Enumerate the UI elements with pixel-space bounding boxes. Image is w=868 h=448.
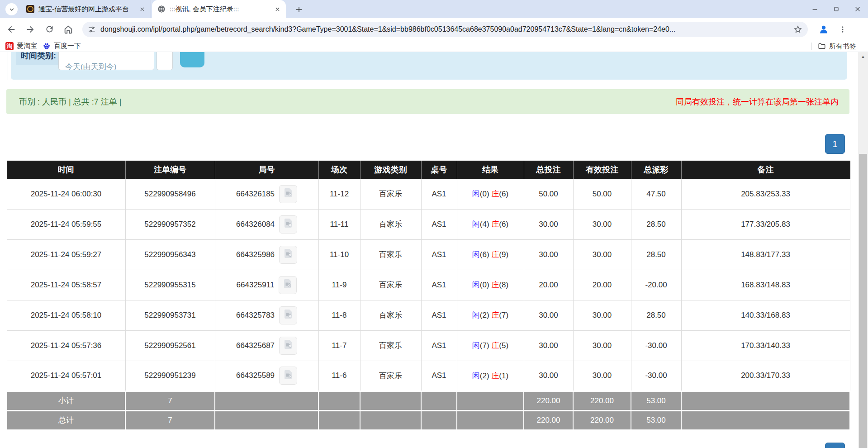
round-number: 664326185 xyxy=(236,190,275,199)
result-banker-label: 庄 xyxy=(491,190,499,198)
plus-icon xyxy=(295,6,303,13)
filter-label: 时间类别: xyxy=(16,52,61,65)
back-button[interactable] xyxy=(4,22,19,37)
cell-game-type: 百家乐 xyxy=(360,209,421,239)
table-row: 2025-11-24 05:58:10522990953731664325783… xyxy=(7,300,850,330)
browser-menu-button[interactable] xyxy=(835,22,850,37)
round-number: 664325589 xyxy=(236,371,275,380)
cell-time: 2025-11-24 06:00:30 xyxy=(7,179,125,209)
new-tab-button[interactable] xyxy=(293,4,305,15)
tab-title: 通宝-信营最好的网上游戏平台 xyxy=(38,5,138,14)
address-bar[interactable]: dongshouji.com/ipl/portal.php/game/betre… xyxy=(82,22,808,37)
page-content: 时间类别: 今天(由天到今) 币别 : 人民币 | 总共 :7 注单 | 同局有… xyxy=(0,52,858,448)
tongbao-favicon-icon xyxy=(26,5,34,13)
tab-title: :::视讯, 会员下注纪录::: xyxy=(170,5,273,14)
cell-note: 205.83/253.33 xyxy=(681,179,850,209)
cell-valid-bet: 30.00 xyxy=(573,330,631,361)
cell-game-type: 百家乐 xyxy=(360,179,421,209)
cell-game-type: 百家乐 xyxy=(360,330,421,361)
cell-session: 11-6 xyxy=(318,361,360,391)
bookmark-aitaobao[interactable]: 淘 爱淘宝 xyxy=(5,42,37,50)
forward-icon xyxy=(25,24,35,34)
cell-result: 闲(2) 庄(7) xyxy=(457,300,524,330)
video-replay-button[interactable] xyxy=(279,276,297,294)
tune-icon[interactable] xyxy=(88,25,96,33)
window-maximize-button[interactable] xyxy=(825,0,847,18)
url-text[interactable]: dongshouji.com/ipl/portal.php/game/betre… xyxy=(100,25,793,33)
tab-close-icon[interactable] xyxy=(273,5,281,13)
video-replay-button[interactable] xyxy=(279,367,297,385)
taobao-icon: 淘 xyxy=(5,42,14,50)
video-replay-button[interactable] xyxy=(279,246,297,264)
cell-round-id: 664326185 xyxy=(215,179,318,209)
cell-round-id: 664325911 xyxy=(215,270,318,300)
total-row: 总计7220.00220.0053.00 xyxy=(7,410,850,430)
scrollbar-up-arrow[interactable]: ▲ xyxy=(858,52,868,61)
bookmark-label: 爱淘宝 xyxy=(17,42,37,50)
tab-close-icon[interactable] xyxy=(138,5,146,13)
cell-bet-id: 522990952561 xyxy=(125,330,215,361)
result-player-label: 闲 xyxy=(472,220,480,229)
video-replay-button[interactable] xyxy=(279,337,297,355)
profile-avatar[interactable] xyxy=(816,22,831,37)
time-range-select[interactable]: 今天(由天到今) xyxy=(58,52,154,70)
video-file-icon xyxy=(283,339,294,352)
bookmark-baidu[interactable]: du 百度一下 xyxy=(43,42,81,50)
video-file-icon xyxy=(283,187,294,200)
home-button[interactable] xyxy=(61,22,76,37)
subtotal-row: 小计7220.00220.0053.00 xyxy=(7,391,850,410)
result-banker-label: 庄 xyxy=(491,220,499,229)
search-button[interactable] xyxy=(180,52,204,67)
cell-valid-bet: 30.00 xyxy=(573,300,631,330)
forward-button[interactable] xyxy=(23,22,38,37)
cell-session: 11-9 xyxy=(318,270,360,300)
video-replay-button[interactable] xyxy=(279,185,297,203)
result-banker-label: 庄 xyxy=(491,281,499,289)
cell-time: 2025-11-24 05:57:01 xyxy=(7,361,125,391)
reload-button[interactable] xyxy=(42,22,57,37)
video-file-icon xyxy=(283,248,294,261)
cell-payout: -30.00 xyxy=(631,361,681,391)
summary-alert: 币别 : 人民币 | 总共 :7 注单 | 同局有效投注，统一计算在该局第一张注… xyxy=(6,89,849,114)
header-cell-2: 局号 xyxy=(215,161,318,179)
bookmark-star-icon[interactable] xyxy=(793,25,802,34)
pagination-bottom-clipped[interactable] xyxy=(825,443,845,448)
total-row-total-bet: 220.00 xyxy=(524,410,573,430)
all-bookmarks-button[interactable]: 所有书签 xyxy=(811,40,856,52)
pagination-page-1[interactable]: 1 xyxy=(825,134,845,154)
result-player-count: (2) xyxy=(480,372,492,380)
bookmarks-bar: 淘 爱淘宝 du 百度一下 所有书签 xyxy=(0,40,868,52)
tab-strip: 通宝-信营最好的网上游戏平台 :::视讯, 会员下注纪录::: xyxy=(0,0,868,18)
cell-note: 140.33/168.83 xyxy=(681,300,850,330)
result-banker-count: (6) xyxy=(499,190,508,198)
cell-note: 148.83/177.33 xyxy=(681,239,850,270)
result-banker-label: 庄 xyxy=(491,372,499,380)
table-row: 2025-11-24 05:59:55522990957352664326084… xyxy=(7,209,850,239)
video-replay-button[interactable] xyxy=(279,215,297,234)
header-cell-6: 结果 xyxy=(457,161,524,179)
video-replay-button[interactable] xyxy=(279,306,297,324)
select-caret-box[interactable] xyxy=(157,52,173,70)
subtotal-row-empty xyxy=(215,391,318,410)
round-number: 664325783 xyxy=(236,311,275,320)
subtotal-row-total-bet: 220.00 xyxy=(524,391,573,410)
page-scrollbar[interactable]: ▲ xyxy=(858,52,868,448)
result-banker-count: (6) xyxy=(499,220,508,229)
cell-result: 闲(2) 庄(1) xyxy=(457,361,524,391)
total-row-label: 总计 xyxy=(7,410,125,430)
window-close-button[interactable] xyxy=(847,0,868,18)
cell-time: 2025-11-24 05:57:36 xyxy=(7,330,125,361)
window-minimize-button[interactable] xyxy=(804,0,825,18)
divider xyxy=(8,52,8,80)
result-player-label: 闲 xyxy=(472,190,480,198)
total-row-count: 7 xyxy=(125,410,215,430)
cell-session: 11-10 xyxy=(318,239,360,270)
tab-search-button[interactable] xyxy=(5,3,18,15)
cell-valid-bet: 30.00 xyxy=(573,209,631,239)
cell-session: 11-8 xyxy=(318,300,360,330)
tab-tongbao[interactable]: 通宝-信营最好的网上游戏平台 xyxy=(21,0,151,18)
scrollbar-thumb[interactable] xyxy=(859,154,867,448)
close-icon xyxy=(854,6,861,12)
cell-table-no: AS1 xyxy=(421,239,457,270)
tab-bet-records[interactable]: :::视讯, 会员下注纪录::: xyxy=(152,0,286,18)
